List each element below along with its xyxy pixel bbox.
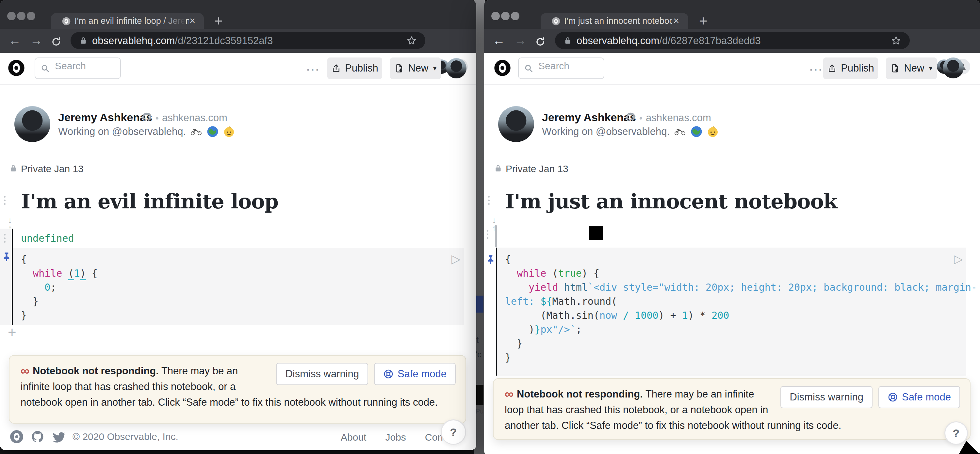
github-icon[interactable] <box>31 430 45 444</box>
search-input[interactable] <box>54 60 115 72</box>
new-tab-button[interactable]: + <box>214 14 223 27</box>
motorcycle-emoji <box>674 126 686 138</box>
browser-toolbar: ← → observablehq.com/d/23121dc359152af3 <box>0 29 476 53</box>
tab-strip: I'm an evil infinite loop / Jeremy × + <box>0 0 476 29</box>
new-notebook-button[interactable]: New ▾ <box>390 57 441 79</box>
address-bar[interactable]: observablehq.com/d/23121dc359152af3 <box>70 32 425 49</box>
notebook-title: I'm an evil infinite loop <box>21 189 278 213</box>
notebook-title: I'm just an innocent notebook <box>505 189 837 213</box>
notebook-warning-banner: Dismiss warning Safe mode ∞Notebook not … <box>493 378 970 440</box>
browser-toolbar: ← → observablehq.com/d/6287e817ba3dedd3 <box>484 29 980 53</box>
search-box[interactable] <box>518 57 605 79</box>
publish-button[interactable]: Publish <box>327 57 382 79</box>
github-icon[interactable] <box>142 112 152 122</box>
private-lock-icon <box>494 164 503 173</box>
observable-logo-icon[interactable] <box>8 59 25 76</box>
back-icon[interactable]: ← <box>493 33 505 48</box>
refresh-icon[interactable] <box>535 37 546 47</box>
copyright: © 2020 Observable, Inc. <box>73 431 178 442</box>
observable-favicon-icon <box>62 17 70 25</box>
background-sliver-black <box>476 385 484 405</box>
avatar[interactable] <box>943 57 964 78</box>
cell-gutter <box>0 229 12 325</box>
https-lock-icon <box>79 36 88 45</box>
address-bar[interactable]: observablehq.com/d/6287e817ba3dedd3 <box>555 32 910 49</box>
upload-icon <box>331 63 341 73</box>
background-fragment: 'c <box>476 349 482 360</box>
cell-menu-icon[interactable] <box>4 234 6 243</box>
new-tab-button[interactable]: + <box>699 14 708 27</box>
globe-emoji <box>207 126 218 138</box>
profile-name[interactable]: Jeremy Ashkenas <box>58 111 152 124</box>
safe-mode-button[interactable]: Safe mode <box>374 363 456 385</box>
bookmark-star-icon[interactable] <box>406 35 417 46</box>
browser-tab[interactable]: I'm an evil infinite loop / Jeremy × <box>51 13 204 29</box>
profile-website-link[interactable]: ashkenas.com <box>162 112 228 124</box>
close-tab-icon[interactable]: × <box>673 15 679 27</box>
run-cell-icon[interactable]: ▷ <box>452 252 461 266</box>
search-icon <box>524 64 533 73</box>
cell-menu-icon[interactable] <box>488 196 490 205</box>
minimize-window-button[interactable] <box>501 12 510 20</box>
profile-name[interactable]: Jeremy Ashkenas <box>542 111 636 124</box>
baby-emoji <box>707 126 719 138</box>
zoom-window-button[interactable] <box>27 12 35 20</box>
cell-menu-icon[interactable] <box>487 230 488 239</box>
avatar[interactable] <box>446 58 466 78</box>
zoom-window-button[interactable] <box>511 12 519 20</box>
forward-icon[interactable]: → <box>30 33 43 48</box>
observable-logo-icon[interactable] <box>494 59 511 76</box>
pin-icon[interactable] <box>1 251 12 262</box>
dismiss-warning-button[interactable]: Dismiss warning <box>276 363 368 385</box>
footer-link-about[interactable]: About <box>341 432 366 443</box>
https-lock-icon <box>563 36 572 45</box>
observable-favicon-icon <box>552 17 560 25</box>
close-tab-icon[interactable]: × <box>189 15 195 27</box>
close-window-button[interactable] <box>491 12 500 20</box>
avatar[interactable] <box>14 106 50 142</box>
tab-title-fade <box>163 13 186 29</box>
notebook-meta: Private Jan 13 <box>21 163 84 175</box>
publish-button[interactable]: Publish <box>823 57 878 79</box>
file-plus-icon <box>890 63 900 73</box>
url-text: observablehq.com/d/23121dc359152af3 <box>92 35 273 47</box>
browser-window-left: I'm an evil infinite loop / Jeremy × + ←… <box>0 0 476 450</box>
twitter-icon[interactable] <box>52 430 65 444</box>
url-text: observablehq.com/d/6287e817ba3dedd3 <box>577 35 761 47</box>
observable-footer-icon[interactable] <box>10 430 24 444</box>
cell-running-bar <box>495 225 497 247</box>
search-input[interactable] <box>538 60 598 72</box>
forward-icon[interactable]: → <box>514 33 527 48</box>
minimize-window-button[interactable] <box>17 12 25 20</box>
new-notebook-button[interactable]: New ▾ <box>886 57 937 79</box>
dismiss-warning-button[interactable]: Dismiss warning <box>780 386 872 408</box>
back-icon[interactable]: ← <box>8 33 21 48</box>
header-divider <box>0 84 476 85</box>
life-buoy-icon <box>383 369 394 379</box>
code-block[interactable]: { while (true) { yield html`<div style="… <box>505 252 977 365</box>
overflow-menu-icon[interactable]: ⋯ <box>306 61 320 78</box>
search-box[interactable] <box>35 57 121 79</box>
code-block[interactable]: { while (1) { 0; }} <box>21 252 98 322</box>
profile-bio: Working on @observablehq. <box>58 126 235 138</box>
overflow-menu-icon[interactable]: ⋯ <box>809 61 823 78</box>
file-plus-icon <box>394 63 404 73</box>
mouse-cursor <box>956 441 980 454</box>
rendered-black-square <box>589 226 603 240</box>
help-button[interactable]: ? <box>441 419 466 445</box>
close-window-button[interactable] <box>7 12 16 20</box>
profile-website-link[interactable]: ashkenas.com <box>646 112 711 124</box>
github-icon[interactable] <box>625 112 636 122</box>
cell-menu-icon[interactable] <box>4 196 6 205</box>
bookmark-star-icon[interactable] <box>891 35 901 46</box>
infinity-icon: ∞ <box>21 364 29 378</box>
footer-link-jobs[interactable]: Jobs <box>385 432 406 443</box>
run-cell-icon[interactable]: ▷ <box>954 252 963 266</box>
pin-icon[interactable] <box>485 254 496 265</box>
add-cell-icon[interactable]: + <box>8 324 16 340</box>
avatar[interactable] <box>498 106 534 142</box>
safe-mode-button[interactable]: Safe mode <box>878 386 960 408</box>
refresh-icon[interactable] <box>51 37 61 47</box>
browser-tab[interactable]: I'm just an innocent notebook / × <box>541 13 688 29</box>
infinity-icon: ∞ <box>505 387 514 401</box>
